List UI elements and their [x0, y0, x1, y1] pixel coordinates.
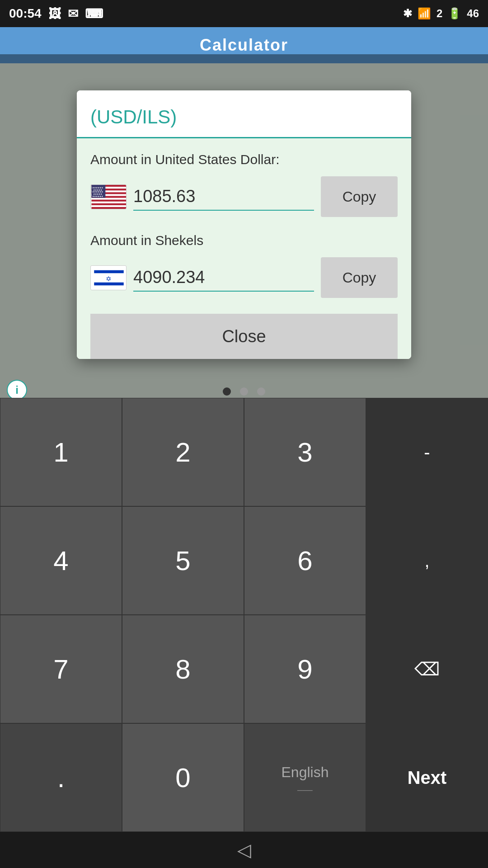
time-display: 00:54	[9, 6, 42, 21]
gmail-icon: ✉	[68, 6, 78, 21]
key-6[interactable]: 6	[244, 506, 366, 615]
usd-input-wrapper[interactable]	[133, 183, 314, 211]
status-bar: 00:54 🖼 ✉ ⌨ ✱ 📶 2 🔋 46	[0, 0, 488, 27]
dialog-title: (USD/ILS)	[90, 106, 177, 127]
us-flag-svg: ★★★★★★ ★★★★★ ★★★★★★ ★★★★★ ★★★★★★	[91, 185, 127, 209]
il-flag: ✡	[90, 265, 127, 290]
svg-text:★★★★★★: ★★★★★★	[92, 195, 103, 197]
app-background: Calculator (USD/ILS) Amount in United St…	[0, 27, 488, 407]
key-1[interactable]: 1	[0, 398, 122, 506]
keyboard-row-4: . 0 English ___ Next	[0, 723, 488, 832]
key-comma[interactable]: ,	[366, 506, 488, 615]
dot-3	[257, 387, 265, 396]
usd-section: Amount in United States Dollar:	[90, 152, 398, 217]
ils-copy-button[interactable]: Copy	[321, 257, 398, 298]
close-button[interactable]: Close	[90, 314, 398, 359]
keyboard-icon: ⌨	[85, 6, 103, 21]
key-next[interactable]: Next	[366, 723, 488, 832]
svg-rect-16	[94, 282, 123, 285]
svg-rect-6	[91, 203, 126, 205]
key-7[interactable]: 7	[0, 615, 122, 723]
key-0[interactable]: 0	[122, 723, 244, 832]
key-8[interactable]: 8	[122, 615, 244, 723]
navigation-bar: ◁	[0, 832, 488, 868]
key-dot[interactable]: .	[0, 723, 122, 832]
ils-input[interactable]	[133, 264, 314, 291]
currency-dialog: (USD/ILS) Amount in United States Dollar…	[77, 90, 411, 359]
keyboard-row-3: 7 8 9 ⌫	[0, 615, 488, 723]
us-flag: ★★★★★★ ★★★★★ ★★★★★★ ★★★★★ ★★★★★★	[90, 184, 127, 209]
signal-icon: 📶	[418, 7, 431, 20]
key-5[interactable]: 5	[122, 506, 244, 615]
english-label: English	[282, 764, 329, 781]
sim-icon: 2	[436, 7, 442, 20]
il-flag-svg: ✡	[91, 268, 127, 288]
key-english[interactable]: English ___	[244, 723, 366, 832]
svg-rect-15	[94, 270, 123, 273]
usd-input[interactable]	[133, 183, 314, 210]
next-label: Next	[408, 768, 447, 788]
info-icon[interactable]: i	[7, 380, 27, 400]
usd-input-row: ★★★★★★ ★★★★★ ★★★★★★ ★★★★★ ★★★★★★	[90, 176, 398, 217]
svg-text:✡: ✡	[106, 275, 112, 283]
battery-icon: 🔋	[448, 7, 461, 20]
status-left: 00:54 🖼 ✉ ⌨	[9, 6, 103, 21]
ils-input-wrapper[interactable]	[133, 264, 314, 292]
svg-rect-5	[91, 199, 126, 201]
backspace-key[interactable]: ⌫	[366, 615, 488, 723]
gallery-icon: 🖼	[48, 6, 61, 21]
svg-rect-7	[91, 207, 126, 208]
keyboard-row-1: 1 2 3 -	[0, 398, 488, 506]
keyboard: 1 2 3 - 4 5 6 , 7 8 9 ⌫ . 0 English ___ …	[0, 398, 488, 832]
ils-label: Amount in Shekels	[90, 233, 398, 248]
app-title: Calculator	[200, 36, 288, 55]
status-right: ✱ 📶 2 🔋 46	[403, 7, 479, 20]
key-2[interactable]: 2	[122, 398, 244, 506]
keyboard-row-2: 4 5 6 ,	[0, 506, 488, 615]
bluetooth-icon: ✱	[403, 7, 412, 20]
ils-section: Amount in Shekels ✡	[90, 233, 398, 298]
dot-1	[223, 387, 231, 396]
dot-2	[240, 387, 248, 396]
key-4[interactable]: 4	[0, 506, 122, 615]
key-minus[interactable]: -	[366, 398, 488, 506]
key-9[interactable]: 9	[244, 615, 366, 723]
ils-input-row: ✡ Copy	[90, 257, 398, 298]
usd-copy-button[interactable]: Copy	[321, 176, 398, 217]
dialog-overlay: (USD/ILS) Amount in United States Dollar…	[0, 54, 488, 434]
dialog-body: Amount in United States Dollar:	[77, 138, 411, 359]
key-3[interactable]: 3	[244, 398, 366, 506]
usd-label: Amount in United States Dollar:	[90, 152, 398, 167]
back-button[interactable]: ◁	[237, 840, 251, 860]
battery-percent: 46	[467, 7, 479, 20]
dialog-title-section: (USD/ILS)	[77, 90, 411, 138]
